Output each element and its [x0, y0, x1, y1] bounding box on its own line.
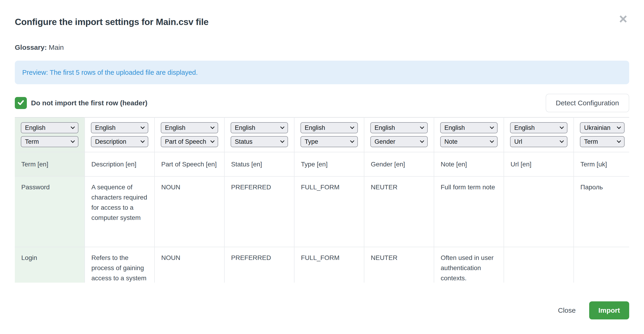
- language-select[interactable]: English: [300, 122, 358, 133]
- language-select-value: English: [165, 124, 186, 131]
- column-header-cell: Type [en]: [294, 152, 364, 176]
- data-cell: FULL_FORM: [294, 247, 364, 283]
- glossary-line: Glossary: Main: [15, 44, 629, 51]
- data-cell: Full form term note: [434, 176, 504, 247]
- table-scroll-area[interactable]: EnglishTermEnglishDescriptionEnglishPart…: [15, 117, 629, 283]
- column-header-cell: Term [en]: [15, 152, 85, 176]
- data-cell: NEUTER: [364, 176, 434, 247]
- chevron-down-icon: [490, 139, 494, 143]
- field-select[interactable]: Term: [21, 136, 78, 147]
- data-cell: A sequence of characters required for ac…: [85, 176, 154, 247]
- page-title: Configure the import settings for Main.c…: [15, 17, 629, 27]
- language-select-value: English: [95, 124, 116, 131]
- chevron-down-icon: [280, 139, 284, 143]
- language-select[interactable]: English: [440, 122, 498, 133]
- glossary-value: Main: [49, 44, 64, 51]
- header-row-checkbox-wrap: Do not import the first row (header): [15, 97, 147, 109]
- checkmark-icon: [17, 99, 25, 107]
- field-select-value: Term: [25, 138, 39, 145]
- field-select-value: Gender: [374, 138, 395, 145]
- column-header-cell: Gender [en]: [364, 152, 434, 176]
- field-select[interactable]: Term: [580, 136, 624, 147]
- language-select-value: English: [25, 124, 46, 131]
- detect-configuration-button[interactable]: Detect Configuration: [546, 94, 630, 112]
- close-button[interactable]: Close: [558, 306, 576, 314]
- footer-actions: Close Import: [558, 301, 629, 319]
- field-select-value: Type: [305, 138, 318, 145]
- header-row-checkbox[interactable]: [15, 97, 27, 109]
- data-cell: Refers to the process of gaining access …: [85, 247, 154, 283]
- field-select[interactable]: Note: [440, 136, 498, 147]
- glossary-label: Glossary:: [15, 44, 47, 51]
- data-cell: NOUN: [154, 247, 224, 283]
- language-select[interactable]: English: [161, 122, 218, 133]
- chevron-down-icon: [70, 139, 75, 143]
- field-select[interactable]: Url: [510, 136, 568, 147]
- preview-table: EnglishTermEnglishDescriptionEnglishPart…: [15, 117, 629, 283]
- data-cell: [574, 247, 629, 283]
- field-select[interactable]: Part of Speech: [161, 136, 218, 147]
- language-select[interactable]: English: [91, 122, 148, 133]
- chevron-down-icon: [420, 139, 424, 143]
- language-select[interactable]: English: [510, 122, 568, 133]
- header-row-checkbox-label: Do not import the first row (header): [31, 99, 147, 107]
- data-cell: PREFERRED: [224, 247, 294, 283]
- column-header-cell: Note [en]: [434, 152, 504, 176]
- detect-configuration-label: Detect Configuration: [556, 99, 619, 107]
- chevron-down-icon: [350, 125, 354, 129]
- field-select-value: Term: [584, 138, 598, 145]
- data-cell: Пароль: [574, 176, 629, 247]
- chevron-down-icon: [280, 125, 284, 129]
- column-mapping-cell: EnglishPart of Speech: [154, 117, 224, 152]
- column-header-cell: Description [en]: [85, 152, 154, 176]
- field-select-value: Description: [95, 138, 126, 145]
- data-cell: FULL_FORM: [294, 176, 364, 247]
- table-row: PasswordA sequence of characters require…: [15, 176, 629, 247]
- data-cell: Password: [15, 176, 85, 247]
- data-cell: [504, 176, 574, 247]
- language-select[interactable]: English: [21, 122, 78, 133]
- column-header-cell: Status [en]: [224, 152, 294, 176]
- column-mapping-cell: UkrainianTerm: [574, 117, 629, 152]
- chevron-down-icon: [420, 125, 424, 129]
- column-header-cell: Term [uk]: [574, 152, 629, 176]
- data-cell: NEUTER: [364, 247, 434, 283]
- field-select-value: Url: [514, 138, 522, 145]
- language-select[interactable]: English: [231, 122, 288, 133]
- field-select-value: Part of Speech: [165, 138, 206, 145]
- column-mapping-cell: EnglishGender: [364, 117, 434, 152]
- data-cell: NOUN: [154, 176, 224, 247]
- chevron-down-icon: [617, 139, 621, 143]
- field-select[interactable]: Gender: [370, 136, 428, 147]
- chevron-down-icon: [210, 125, 214, 129]
- chevron-down-icon: [140, 125, 144, 129]
- import-button-label: Import: [598, 306, 620, 314]
- chevron-down-icon: [210, 139, 214, 143]
- language-select-value: English: [374, 124, 395, 131]
- preview-info-text: Preview: The first 5 rows of the uploade…: [22, 69, 198, 76]
- chevron-down-icon: [70, 125, 75, 129]
- data-cell: [504, 247, 574, 283]
- field-select[interactable]: Description: [91, 136, 148, 147]
- language-select-value: English: [305, 124, 325, 131]
- language-select-value: Ukrainian: [584, 124, 610, 131]
- column-header-cell: Url [en]: [504, 152, 574, 176]
- field-select-value: Note: [444, 138, 458, 145]
- field-select[interactable]: Type: [300, 136, 358, 147]
- controls-row: Do not import the first row (header) Det…: [15, 94, 629, 113]
- column-header-cell: Part of Speech [en]: [154, 152, 224, 176]
- preview-info-banner: Preview: The first 5 rows of the uploade…: [15, 61, 629, 84]
- chevron-down-icon: [617, 125, 621, 129]
- field-select[interactable]: Status: [231, 136, 288, 147]
- chevron-down-icon: [350, 139, 354, 143]
- chevron-down-icon: [490, 125, 494, 129]
- close-icon[interactable]: [618, 14, 629, 25]
- chevron-down-icon: [560, 139, 564, 143]
- language-select[interactable]: English: [370, 122, 428, 133]
- column-mapping-cell: EnglishType: [294, 117, 364, 152]
- language-select-value: English: [444, 124, 465, 131]
- column-mapping-cell: EnglishTerm: [15, 117, 85, 152]
- import-button[interactable]: Import: [589, 301, 629, 319]
- language-select[interactable]: Ukrainian: [580, 122, 624, 133]
- column-mapping-cell: EnglishNote: [434, 117, 504, 152]
